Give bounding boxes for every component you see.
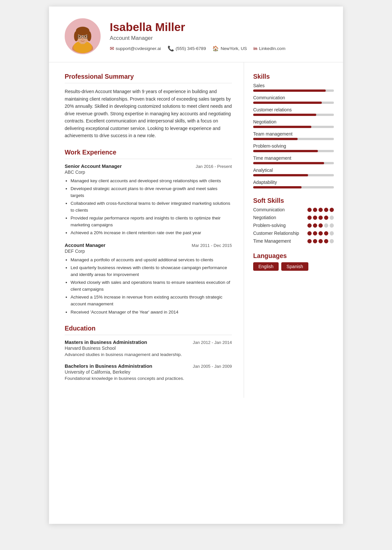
- job-1: Senior Account Manager Jan 2016 - Presen…: [65, 164, 232, 236]
- soft-skill-row: Negotiation: [253, 215, 334, 220]
- linkedin-text: LinkedIn.com: [259, 46, 286, 51]
- languages-section: Languages EnglishSpanish: [253, 252, 334, 271]
- skill-bar-fill: [253, 174, 308, 176]
- job-1-title: Senior Account Manager: [65, 164, 122, 169]
- skill-name: Negotiation: [253, 119, 334, 124]
- skill-bar-bg: [253, 102, 334, 104]
- dot-filled: [313, 216, 317, 220]
- edu-2-school: University of California, Berkeley: [65, 369, 232, 375]
- dot-filled: [318, 239, 323, 243]
- skill-bar-fill: [253, 150, 318, 152]
- edu-1-school: Harvard Business School: [65, 346, 232, 351]
- dot-filled: [324, 231, 328, 235]
- skill-bar-bg: [253, 138, 334, 140]
- skill-item: Negotiation: [253, 119, 334, 128]
- job-2: Account Manager Mar 2011 - Dec 2015 DEF …: [65, 243, 232, 315]
- body-layout: Professional Summary Results-driven Acco…: [49, 62, 343, 398]
- dots: [307, 239, 334, 243]
- skill-bar-bg: [253, 89, 334, 92]
- skill-bar-fill: [253, 138, 298, 140]
- skill-name: Problem-solving: [253, 143, 334, 149]
- dot-filled: [324, 216, 328, 220]
- email-text: support@cvdesigner.ai: [116, 46, 161, 51]
- skill-item: Analytical: [253, 168, 334, 176]
- soft-skill-name: Customer Relationship: [253, 231, 307, 236]
- skill-item: Sales: [253, 83, 334, 92]
- dot-empty: [330, 239, 334, 243]
- soft-skills-title: Soft Skills: [253, 197, 334, 204]
- job-1-header: Senior Account Manager Jan 2016 - Presen…: [65, 164, 232, 169]
- dot-filled: [307, 216, 312, 220]
- skill-bar-fill: [253, 114, 316, 116]
- dot-filled: [318, 231, 323, 235]
- skill-name: Adaptability: [253, 180, 334, 185]
- dot-filled: [318, 223, 323, 228]
- svg-point-11: [79, 36, 80, 38]
- job-2-dates: Mar 2011 - Dec 2015: [192, 243, 232, 248]
- dot-filled: [313, 231, 317, 235]
- soft-skills-section: Soft Skills CommunicationNegotiationProb…: [253, 197, 334, 244]
- skill-bar-bg: [253, 174, 334, 176]
- dots: [307, 208, 334, 212]
- contact-linkedin: in LinkedIn.com: [253, 45, 286, 52]
- dot-filled: [307, 208, 312, 212]
- candidate-title: Account Manager: [110, 35, 327, 41]
- dot-filled: [324, 239, 328, 243]
- bullet: Collaborated with cross-functional teams…: [71, 200, 232, 214]
- soft-skill-name: Negotiation: [253, 215, 307, 220]
- languages-title: Languages: [253, 252, 334, 260]
- skill-name: Time management: [253, 155, 334, 161]
- bullet: Managed key client accounts and develope…: [71, 177, 232, 184]
- skill-bar-fill: [253, 126, 311, 128]
- skills-list: Sales Communication Customer relations N…: [253, 83, 334, 188]
- soft-skill-row: Problem-solving: [253, 223, 334, 228]
- edu-1-desc: Advanced studies in business management …: [65, 352, 232, 357]
- bullet: Led quarterly business reviews with clie…: [71, 264, 232, 278]
- edu-2-header: Bachelors in Business Administration Jan…: [65, 364, 232, 369]
- skill-name: Sales: [253, 83, 334, 88]
- summary-section: Professional Summary Results-driven Acco…: [65, 73, 232, 139]
- skill-item: Problem-solving: [253, 143, 334, 152]
- edu-2-dates: Jan 2005 - Jan 2009: [193, 364, 232, 369]
- header-section: Isabella Miller Account Manager ✉ suppor…: [49, 7, 343, 62]
- skill-bar-bg: [253, 162, 334, 164]
- education-section: Education Masters in Business Administra…: [65, 325, 232, 381]
- skill-bar-fill: [253, 89, 326, 92]
- skill-item: Customer relations: [253, 107, 334, 116]
- soft-skill-name: Time Management: [253, 238, 307, 244]
- bullet: Received 'Account Manager of the Year' a…: [71, 309, 232, 315]
- contact-phone: 📞 (555) 345-6789: [168, 45, 206, 52]
- skill-bar-bg: [253, 186, 334, 188]
- dot-filled: [330, 208, 334, 212]
- summary-title: Professional Summary: [65, 73, 232, 80]
- dot-filled: [307, 239, 312, 243]
- job-2-header: Account Manager Mar 2011 - Dec 2015: [65, 243, 232, 248]
- job-1-dates: Jan 2016 - Present: [196, 164, 232, 169]
- dot-filled: [324, 208, 328, 212]
- summary-text: Results-driven Account Manager with 9 ye…: [65, 88, 232, 139]
- job-2-title: Account Manager: [65, 243, 106, 248]
- skill-name: Customer relations: [253, 107, 334, 112]
- language-tag[interactable]: Spanish: [281, 262, 308, 271]
- work-divider: [65, 159, 232, 159]
- bullet: Achieved a 20% increase in client retent…: [71, 229, 232, 236]
- dot-filled: [307, 231, 312, 235]
- svg-point-13: [82, 38, 84, 40]
- dot-empty: [324, 223, 328, 228]
- edu-1-header: Masters in Business Administration Jan 2…: [65, 340, 232, 345]
- dot-filled: [313, 208, 317, 212]
- edu-2-desc: Foundational knowledge in business conce…: [65, 376, 232, 381]
- edu-2: Bachelors in Business Administration Jan…: [65, 364, 232, 381]
- skill-bar-fill: [253, 102, 322, 104]
- skill-bar-fill: [253, 186, 302, 188]
- dot-empty: [330, 231, 334, 235]
- dot-filled: [307, 223, 312, 228]
- header-info: Isabella Miller Account Manager ✉ suppor…: [110, 21, 327, 52]
- candidate-name: Isabella Miller: [110, 21, 327, 34]
- skill-name: Communication: [253, 95, 334, 100]
- resume-page: Isabella Miller Account Manager ✉ suppor…: [49, 7, 343, 524]
- bullet: Achieved a 15% increase in revenue from …: [71, 294, 232, 307]
- bullet: Developed strategic account plans to dri…: [71, 185, 232, 199]
- soft-skills-list: CommunicationNegotiationProblem-solvingC…: [253, 207, 334, 244]
- language-tag[interactable]: English: [253, 262, 279, 271]
